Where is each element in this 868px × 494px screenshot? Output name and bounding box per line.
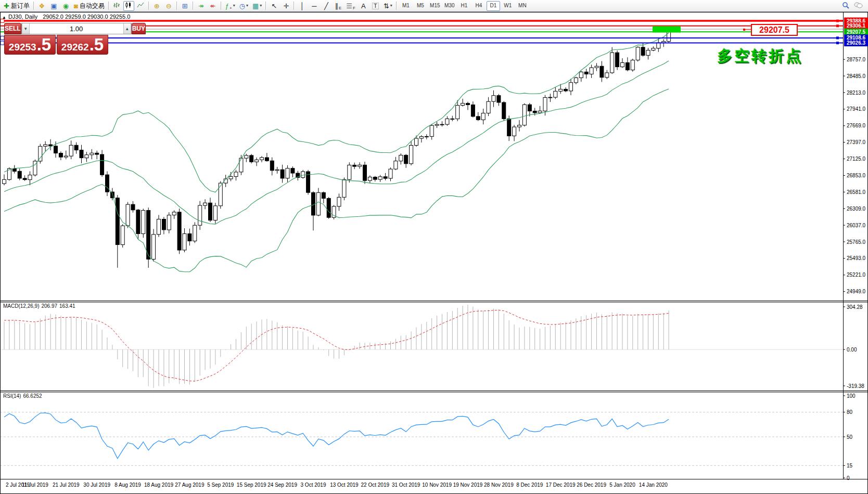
timeframe-mn-button[interactable]: MN — [516, 1, 529, 11]
horizontal-line-button[interactable]: ─ — [309, 1, 320, 11]
toolbar-separator — [293, 2, 295, 10]
indicators-icon: ƒ — [225, 3, 229, 9]
cursor-icon: ↖ — [271, 3, 277, 9]
svg-text:28 Nov 2019: 28 Nov 2019 — [484, 482, 514, 488]
text-label-icon: T — [372, 3, 379, 9]
volume-box: ▼ ▲ — [21, 23, 132, 34]
periods-button[interactable]: ◷▾ — [238, 1, 250, 11]
toolbar-separator — [108, 2, 109, 10]
svg-text:15: 15 — [847, 463, 853, 469]
timeframe-h1-button[interactable]: H1 — [457, 1, 471, 11]
toolbar-separator — [221, 2, 222, 10]
templates-button[interactable]: ▦▾ — [251, 1, 263, 11]
periods-icon: ◷ — [239, 3, 245, 9]
svg-text:3 Oct 2019: 3 Oct 2019 — [301, 482, 326, 488]
zoom-out-icon: ⊖ — [166, 3, 172, 9]
text-button[interactable]: A — [358, 1, 369, 11]
trendline-button[interactable]: ╱ — [321, 1, 331, 11]
search-icon — [842, 2, 850, 10]
svg-text:18 Aug 2019: 18 Aug 2019 — [144, 482, 174, 488]
svg-text:304.28: 304.28 — [847, 304, 863, 310]
terminal-button[interactable]: ▣ — [48, 1, 59, 11]
svg-text:28757.0: 28757.0 — [847, 57, 866, 62]
timeframe-m5-button[interactable]: M5 — [414, 1, 427, 11]
svg-text:21 Jul 2019: 21 Jul 2019 — [53, 482, 80, 488]
autotrading-button[interactable]: ◙自动交易 — [72, 1, 106, 11]
one-click-collapse-toggle[interactable]: ▲ — [2, 15, 6, 20]
candlestick-icon — [125, 2, 132, 10]
price-callout-label: 29207.5 — [751, 24, 798, 36]
fibonacci-button[interactable]: ☰F — [344, 1, 357, 11]
svg-text:27 Aug 2019: 27 Aug 2019 — [175, 482, 205, 488]
svg-text:27125.0: 27125.0 — [847, 156, 866, 162]
sell-button[interactable]: SELL — [4, 23, 21, 34]
tile-windows-button[interactable]: ⊞ — [180, 1, 190, 11]
buy-price-button[interactable]: 29262.5 — [57, 35, 108, 55]
new-order-label: 新订单 — [11, 3, 30, 9]
chat-button[interactable] — [852, 1, 864, 11]
profiles-icon: ❖ — [39, 3, 45, 9]
profiles-button[interactable]: ❖ — [36, 1, 47, 11]
annotation-text: 多空转折点 — [717, 46, 803, 67]
volume-input[interactable] — [30, 23, 123, 34]
chart-canvas[interactable]: 28757.028485.028213.027941.027669.027397… — [0, 0, 868, 494]
volume-decrease-button[interactable]: ▼ — [22, 23, 30, 34]
buy-button[interactable]: BUY — [132, 23, 146, 34]
autotrading-label: 自动交易 — [80, 3, 105, 9]
chat-icon — [854, 2, 863, 10]
trendline-icon: ╱ — [324, 3, 328, 9]
volume-increase-button[interactable]: ▲ — [123, 23, 131, 34]
timeframe-w1-button[interactable]: W1 — [501, 1, 515, 11]
dropdown-caret-icon: ▾ — [233, 4, 235, 8]
svg-text:25493.0: 25493.0 — [847, 255, 866, 261]
svg-text:26853.0: 26853.0 — [847, 173, 866, 178]
new-order-button[interactable]: ✚新订单 — [2, 1, 31, 11]
auto-scroll-icon: ↠ — [198, 3, 204, 9]
toolbar-separator — [148, 2, 149, 10]
cursor-button[interactable]: ↖ — [269, 1, 279, 11]
indicators-button[interactable]: ƒ+▾ — [224, 1, 237, 11]
signals-button[interactable]: ◉ — [60, 1, 71, 11]
rsi-label: RSI(14)66.6252 — [3, 393, 44, 399]
trading-app-window: 28757.028485.028213.027941.027669.027397… — [0, 0, 868, 494]
svg-text:29306.1: 29306.1 — [847, 23, 866, 29]
auto-scroll-button[interactable]: ↠ — [196, 1, 207, 11]
svg-text:13 Oct 2019: 13 Oct 2019 — [330, 482, 359, 488]
chart-shift-button[interactable]: ↞ — [208, 1, 219, 11]
zoom-out-button[interactable]: ⊖ — [163, 1, 174, 11]
vertical-line-button[interactable]: │ — [297, 1, 308, 11]
toolbar-right-group — [840, 1, 865, 11]
bar-chart-icon — [113, 2, 120, 10]
equidistant-channel-button[interactable]: ∥E — [333, 1, 343, 11]
timeframe-m15-button[interactable]: M15 — [428, 1, 442, 11]
bar-chart-button[interactable] — [111, 1, 122, 11]
arrows-icon: ⇅ — [384, 3, 389, 9]
line-chart-button[interactable] — [135, 1, 146, 11]
timeframe-h4-button[interactable]: H4 — [472, 1, 486, 11]
arrows-button[interactable]: ⇅▾ — [382, 1, 394, 11]
chart-shift-icon: ↞ — [210, 3, 216, 9]
crosshair-icon: ✛ — [283, 3, 289, 9]
svg-text:24949.0: 24949.0 — [847, 289, 866, 294]
one-click-trading-panel: SELL ▼ ▲ BUY 29253.5 29262.5 — [4, 23, 109, 55]
svg-text:5 Sep 2019: 5 Sep 2019 — [207, 482, 234, 488]
svg-text:26037.0: 26037.0 — [847, 223, 866, 228]
svg-text:14 Jan 2020: 14 Jan 2020 — [639, 482, 668, 488]
svg-text:0.00: 0.00 — [847, 347, 857, 353]
toolbar-separator — [396, 2, 397, 10]
timeframe-m30-button[interactable]: M30 — [443, 1, 456, 11]
horizontal-line-icon: ─ — [312, 3, 316, 9]
svg-text:25765.0: 25765.0 — [847, 239, 866, 245]
candlestick-button[interactable] — [123, 1, 134, 11]
svg-text:19 Nov 2019: 19 Nov 2019 — [453, 482, 483, 488]
sell-price-button[interactable]: 29253.5 — [4, 35, 56, 55]
timeframe-m1-button[interactable]: M1 — [399, 1, 413, 11]
svg-text:27941.0: 27941.0 — [847, 106, 866, 112]
timeframe-d1-button[interactable]: D1 — [487, 1, 500, 11]
zoom-in-button[interactable]: ⊕ — [151, 1, 162, 11]
svg-text:28213.0: 28213.0 — [847, 90, 866, 96]
svg-text:80: 80 — [847, 409, 853, 415]
text-label-button[interactable]: T — [370, 1, 381, 11]
search-button[interactable] — [840, 1, 851, 11]
crosshair-button[interactable]: ✛ — [280, 1, 291, 11]
